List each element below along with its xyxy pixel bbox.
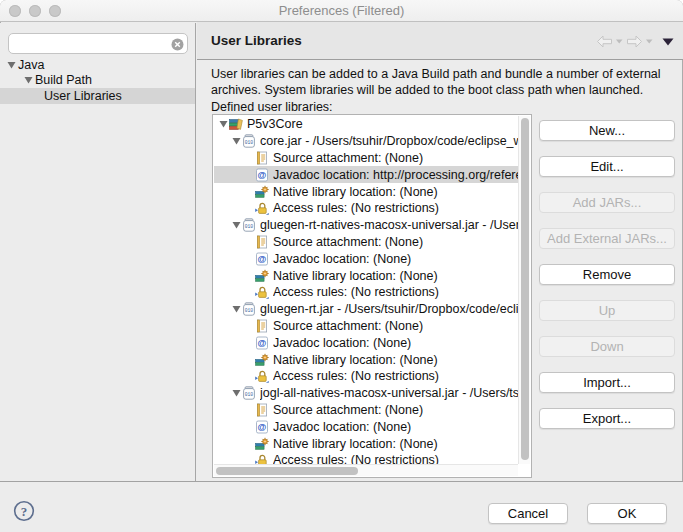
tree-row-label: gluegen-rt.jar - /Users/tsuhir/Dropbox/c… [260, 302, 518, 316]
library-tree-row[interactable]: Access rules: (No restrictions) [214, 200, 518, 217]
library-tree-row[interactable]: @Javadoc location: (None) [214, 334, 518, 351]
new-button[interactable]: New... [539, 120, 675, 141]
tree-row-label: Javadoc location: (None) [273, 420, 411, 434]
disclosure-triangle-icon[interactable] [217, 120, 229, 128]
access-rules-icon [255, 201, 270, 215]
filter-search-input[interactable] [8, 33, 188, 54]
jar-icon: 010 [242, 218, 257, 232]
preferences-dialog: Preferences (Filtered) JavaBuild PathUse… [0, 0, 683, 532]
sidebar-item-user-libraries[interactable]: User Libraries [0, 88, 195, 104]
tree-row-label: gluegen-rt-natives-macosx-universal.jar … [260, 218, 518, 232]
help-icon[interactable]: ? [13, 500, 35, 522]
header-nav [596, 35, 674, 48]
svg-text:010: 010 [245, 224, 254, 229]
add-jars-button[interactable]: Add JARs... [539, 192, 675, 213]
library-tree-row[interactable]: @Javadoc location: (None) [214, 250, 518, 267]
library-tree-row[interactable]: 010jogl-all-natives-macosx-universal.jar… [214, 385, 518, 402]
tree-row-label: jogl-all-natives-macosx-universal.jar - … [260, 386, 518, 400]
library-tree-row[interactable]: 010core.jar - /Users/tsuhir/Dropbox/code… [214, 133, 518, 150]
tree-row-label: Native library location: (None) [273, 269, 438, 283]
library-tree-row[interactable]: Native library location: (None) [214, 183, 518, 200]
source-attachment-icon [255, 403, 270, 417]
javadoc-icon: @ [255, 420, 270, 434]
library-tree-row[interactable]: Source attachment: (None) [214, 402, 518, 419]
javadoc-icon: @ [255, 252, 270, 266]
tree-row-label: P5v3Core [247, 117, 303, 131]
tree-row-label: Javadoc location: http://processing.org/… [273, 168, 518, 182]
sidebar-item-label: Build Path [35, 73, 92, 87]
library-tree-row[interactable]: P5v3Core [214, 116, 518, 133]
library-tree-row[interactable]: Access rules: (No restrictions) [214, 452, 518, 464]
sidebar-item-build-path[interactable]: Build Path [0, 73, 195, 89]
disclosure-triangle-icon[interactable] [230, 221, 242, 229]
preferences-sidebar: JavaBuild PathUser Libraries [0, 23, 196, 481]
native-library-icon [255, 185, 270, 199]
remove-button[interactable]: Remove [539, 264, 675, 285]
tree-row-label: Native library location: (None) [273, 437, 438, 451]
vertical-scrollbar[interactable] [518, 116, 530, 464]
library-tree-row[interactable]: Native library location: (None) [214, 351, 518, 368]
back-dropdown-icon[interactable] [616, 39, 623, 44]
up-button[interactable]: Up [539, 300, 675, 321]
edit-button[interactable]: Edit... [539, 156, 675, 177]
tree-row-label: Access rules: (No restrictions) [273, 369, 439, 383]
svg-text:@: @ [258, 422, 267, 432]
sidebar-item-label: User Libraries [44, 89, 122, 103]
source-attachment-icon [255, 151, 270, 165]
disclosure-triangle-icon[interactable] [24, 76, 35, 84]
library-tree-row[interactable]: Native library location: (None) [214, 435, 518, 452]
add-external-jars-button[interactable]: Add External JARs... [539, 228, 675, 249]
svg-text:@: @ [258, 254, 267, 264]
export-button[interactable]: Export... [539, 408, 675, 429]
library-tree-row[interactable]: Access rules: (No restrictions) [214, 284, 518, 301]
back-arrow-icon[interactable] [596, 35, 613, 48]
jar-icon: 010 [242, 302, 257, 316]
library-tree-row[interactable]: @Javadoc location: http://processing.org… [214, 166, 518, 183]
svg-text:@: @ [258, 170, 267, 180]
library-tree-row[interactable]: Source attachment: (None) [214, 234, 518, 251]
sidebar-item-label: Java [18, 58, 44, 72]
disclosure-triangle-icon[interactable] [230, 137, 242, 145]
svg-text:?: ? [21, 504, 28, 519]
ok-button[interactable]: OK [587, 503, 667, 524]
svg-text:010: 010 [245, 392, 254, 397]
native-library-icon [255, 269, 270, 283]
svg-text:010: 010 [245, 308, 254, 313]
vertical-scrollbar-thumb[interactable] [521, 118, 529, 460]
forward-dropdown-icon[interactable] [646, 39, 653, 44]
library-tree-row[interactable]: Access rules: (No restrictions) [214, 368, 518, 385]
cancel-button[interactable]: Cancel [488, 503, 568, 524]
library-tree-row[interactable]: @Javadoc location: (None) [214, 418, 518, 435]
tree-row-label: Source attachment: (None) [273, 319, 423, 333]
disclosure-triangle-icon[interactable] [230, 389, 242, 397]
tree-row-label: Native library location: (None) [273, 185, 438, 199]
tree-row-label: Source attachment: (None) [273, 403, 423, 417]
horizontal-scrollbar-thumb[interactable] [216, 467, 358, 475]
library-tree-row[interactable]: Native library location: (None) [214, 267, 518, 284]
library-tree-row[interactable]: 010gluegen-rt-natives-macosx-universal.j… [214, 217, 518, 234]
titlebar: Preferences (Filtered) [0, 0, 683, 22]
library-tree-row[interactable]: Source attachment: (None) [214, 318, 518, 335]
view-menu-icon[interactable] [662, 38, 674, 46]
access-rules-icon [255, 453, 270, 464]
footer: ? Cancel OK [0, 481, 683, 532]
disclosure-triangle-icon[interactable] [230, 305, 242, 313]
access-rules-icon [255, 285, 270, 299]
sidebar-item-java[interactable]: Java [0, 57, 195, 73]
disclosure-triangle-icon[interactable] [7, 61, 18, 69]
native-library-icon [255, 437, 270, 451]
import-button[interactable]: Import... [539, 372, 675, 393]
horizontal-scrollbar[interactable] [214, 464, 518, 476]
javadoc-icon: @ [255, 336, 270, 350]
library-tree-row[interactable]: 010gluegen-rt.jar - /Users/tsuhir/Dropbo… [214, 301, 518, 318]
tree-row-label: Access rules: (No restrictions) [273, 285, 439, 299]
forward-arrow-icon[interactable] [626, 35, 643, 48]
svg-text:@: @ [258, 338, 267, 348]
source-attachment-icon [255, 235, 270, 249]
down-button[interactable]: Down [539, 336, 675, 357]
action-button-column: New...Edit...Add JARs...Add External JAR… [539, 120, 675, 444]
native-library-icon [255, 353, 270, 367]
clear-search-icon[interactable] [171, 37, 184, 50]
library-tree-row[interactable]: Source attachment: (None) [214, 150, 518, 167]
page-header: User Libraries [197, 22, 683, 60]
